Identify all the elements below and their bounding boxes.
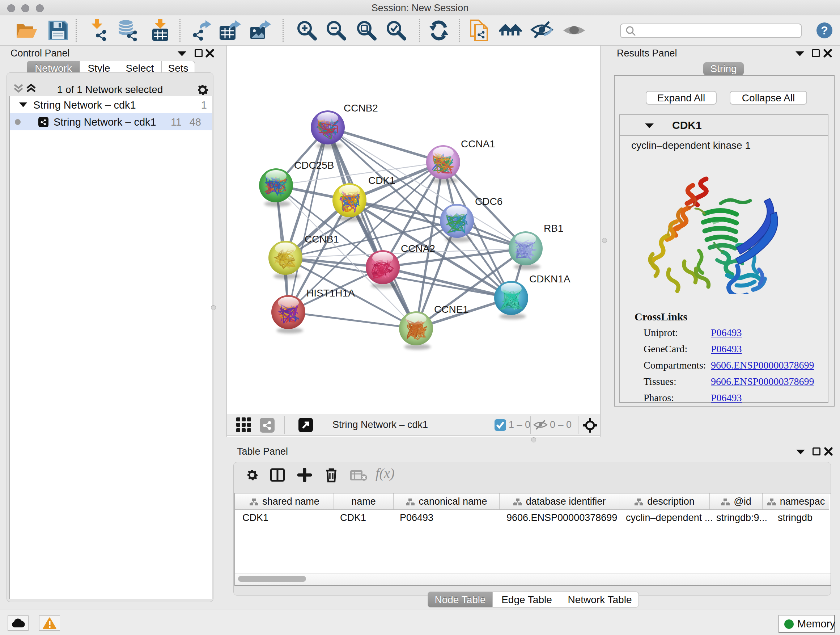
svg-text:HIST1H1A: HIST1H1A xyxy=(306,287,355,299)
svg-text:CDC25B: CDC25B xyxy=(294,160,334,171)
svg-text:CCNB2: CCNB2 xyxy=(344,103,378,114)
svg-text:CCNA1: CCNA1 xyxy=(461,138,495,149)
svg-text:?: ? xyxy=(821,24,828,37)
svg-text:CDK1: CDK1 xyxy=(368,175,395,186)
svg-text:CCNA2: CCNA2 xyxy=(401,243,435,254)
svg-text:CCNB1: CCNB1 xyxy=(305,233,339,245)
svg-text:RB1: RB1 xyxy=(544,223,563,234)
svg-text:CDC6: CDC6 xyxy=(475,196,502,207)
svg-text:CCNE1: CCNE1 xyxy=(434,304,469,315)
svg-text:CDKN1A: CDKN1A xyxy=(529,273,570,285)
